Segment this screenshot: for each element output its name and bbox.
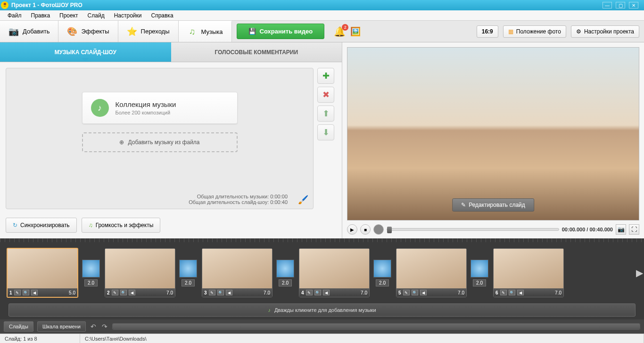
tab-transitions[interactable]: ⭐ Переходы (118, 21, 179, 42)
slide-edit-icon[interactable]: ✎ (112, 290, 118, 295)
slide-zoom-icon[interactable]: 🔍 (120, 290, 127, 295)
slide-zoom-icon[interactable]: 🔍 (23, 290, 29, 295)
save-video-button[interactable]: 💾 Сохранить видео (237, 24, 325, 39)
slide-sound-icon[interactable]: ◀ (129, 290, 135, 295)
preview-area: ✎ Редактировать слайд (347, 47, 639, 220)
photo-position-button[interactable]: ▦ Положение фото (503, 25, 566, 38)
music-track-placeholder[interactable]: ♪ Дважды кликните для добавления музыки (8, 303, 636, 317)
slide-edit-icon[interactable]: ✎ (306, 290, 313, 295)
stop-button[interactable]: ■ (360, 224, 371, 235)
tab-music-label: Музыка (201, 28, 223, 35)
transition-thumb[interactable]: 2.0 (276, 260, 294, 286)
fullscreen-button[interactable]: ⛶ (629, 224, 639, 235)
transition-duration: 2.0 (473, 279, 486, 286)
slide-duration: 7.0 (458, 290, 464, 295)
save-label: Сохранить видео (260, 28, 313, 35)
tab-music[interactable]: ♫ Музыка (179, 21, 232, 42)
aspect-ratio-button[interactable]: 16:9 (477, 25, 498, 38)
slide-number: 5 (398, 290, 401, 295)
timeline-scrollbar[interactable] (112, 323, 640, 330)
menu-project[interactable]: Проект (56, 11, 82, 20)
slide-item: 2 ✎ 🔍 ◀ 7.0 2.0 (105, 248, 197, 297)
slide-image (494, 249, 563, 288)
tab-effects[interactable]: 🎨 Эффекты (58, 21, 118, 42)
gallery-icon[interactable]: 🖼️ (350, 26, 361, 37)
transition-thumb[interactable]: 2.0 (179, 260, 197, 286)
view-slides-label: Слайды (9, 324, 28, 329)
maximize-button[interactable]: ▢ (616, 2, 625, 8)
transition-thumb[interactable]: 2.0 (471, 260, 488, 286)
timeline-next-arrow[interactable]: ▶ (636, 267, 643, 278)
project-settings-button[interactable]: ⚙ Настройки проекта (571, 25, 639, 38)
slide-thumb[interactable]: 1 ✎ 🔍 ◀ 5.0 (7, 248, 78, 298)
transition-duration: 2.0 (279, 279, 292, 286)
settings-label: Настройки проекта (584, 28, 634, 35)
subtab-voice-comments[interactable]: ГОЛОСОВЫЕ КОММЕНТАРИИ (171, 42, 342, 62)
app-icon (1, 1, 8, 9)
slide-edit-icon[interactable]: ✎ (500, 290, 507, 295)
timeline-ruler (0, 238, 644, 242)
slide-sound-icon[interactable]: ◀ (517, 290, 524, 295)
transition-icon (276, 260, 294, 278)
remove-track-button[interactable]: ✖ (317, 87, 334, 103)
subtab-slideshow-music[interactable]: МУЗЫКА СЛАЙД-ШОУ (0, 42, 171, 62)
playback-thumb[interactable] (387, 227, 392, 233)
sync-button[interactable]: ↻Синхронизировать (6, 218, 77, 233)
aspect-label: 16:9 (482, 28, 493, 35)
close-button[interactable]: ✕ (629, 2, 638, 8)
collection-subtitle: Более 200 композиций (116, 110, 176, 115)
playback-track[interactable] (387, 228, 559, 231)
menu-slide[interactable]: Слайд (84, 11, 108, 20)
music-collection-card[interactable]: ♪ Коллекция музыки Более 200 композиций (82, 92, 238, 124)
move-track-down-button[interactable]: ⬇ (317, 124, 334, 140)
slide-thumb[interactable]: 4 ✎ 🔍 ◀ 7.0 (299, 248, 370, 297)
slide-sound-icon[interactable]: ◀ (420, 290, 427, 295)
menu-help[interactable]: Справка (147, 11, 177, 20)
slide-zoom-icon[interactable]: 🔍 (314, 290, 321, 295)
add-file-label: Добавить музыку из файла (128, 139, 199, 146)
slide-thumb[interactable]: 6 ✎ 🔍 ◀ 7.0 (493, 248, 564, 297)
snapshot-button[interactable]: 📷 (616, 224, 626, 235)
menu-edit[interactable]: Правка (27, 11, 54, 20)
slide-duration: 7.0 (264, 290, 270, 295)
add-track-button[interactable]: ✚ (317, 68, 334, 84)
slide-sound-icon[interactable]: ◀ (31, 290, 38, 295)
slide-sound-icon[interactable]: ◀ (323, 290, 330, 295)
transition-thumb[interactable]: 2.0 (82, 260, 100, 286)
slide-edit-icon[interactable]: ✎ (209, 290, 215, 295)
volume-effects-button[interactable]: ♫Громкость и эффекты (82, 218, 161, 233)
sync-icon: ↻ (13, 222, 17, 229)
slide-zoom-icon[interactable]: 🔍 (509, 290, 515, 295)
slide-image (8, 249, 77, 288)
view-timescale-button[interactable]: Шкала времени (37, 321, 86, 332)
menu-file[interactable]: Файл (4, 11, 25, 20)
subtab-voice-label: ГОЛОСОВЫЕ КОММЕНТАРИИ (215, 49, 298, 56)
slide-edit-icon[interactable]: ✎ (14, 290, 21, 295)
slide-number: 6 (495, 290, 498, 295)
slide-thumb[interactable]: 2 ✎ 🔍 ◀ 7.0 (105, 248, 175, 297)
menu-settings[interactable]: Настройки (110, 11, 146, 20)
slide-duration: 7.0 (361, 290, 367, 295)
edit-slide-button[interactable]: ✎ Редактировать слайд (452, 198, 534, 212)
slide-edit-icon[interactable]: ✎ (403, 290, 410, 295)
add-music-from-file-button[interactable]: ⊕ Добавить музыку из файла (82, 132, 238, 152)
subtab-music-label: МУЗЫКА СЛАЙД-ШОУ (55, 49, 116, 56)
redo-button[interactable]: ↷ (101, 323, 108, 330)
titlebar: Проект 1 - ФотоШОУ PRO — ▢ ✕ (0, 0, 644, 10)
show-duration-label: Общая длительность слайд-шоу: (189, 199, 270, 205)
view-slides-button[interactable]: Слайды (4, 321, 33, 332)
slide-sound-icon[interactable]: ◀ (226, 290, 232, 295)
tab-add[interactable]: 📷 Добавить (0, 21, 58, 42)
transition-thumb[interactable]: 2.0 (373, 260, 391, 286)
play-button[interactable]: ▶ (347, 224, 357, 235)
slide-zoom-icon[interactable]: 🔍 (217, 290, 224, 295)
slide-thumb[interactable]: 5 ✎ 🔍 ◀ 7.0 (396, 248, 467, 297)
brush-icon[interactable]: 🖌️ (298, 195, 308, 205)
minimize-button[interactable]: — (603, 2, 612, 8)
move-track-up-button[interactable]: ⬆ (317, 106, 334, 122)
slide-zoom-icon[interactable]: 🔍 (412, 290, 418, 295)
undo-button[interactable]: ↶ (90, 323, 97, 330)
tab-effects-label: Эффекты (81, 28, 109, 35)
notifications-button[interactable]: 🔔 2 (334, 26, 346, 37)
slide-thumb[interactable]: 3 ✎ 🔍 ◀ 7.0 (202, 248, 272, 297)
